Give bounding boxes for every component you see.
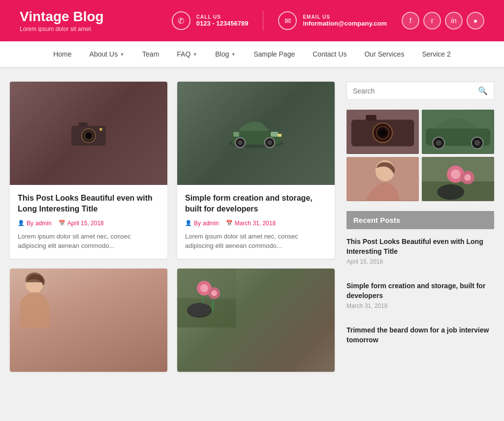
author-prefix: By [194,220,201,227]
sidebar: 🔍 [346,82,494,372]
svg-point-11 [267,140,272,145]
email-label: EMAIL US [303,14,387,20]
posts-section: This Post Looks Beautiful even with Long… [10,82,335,372]
linkedin-icon[interactable]: in [445,12,463,30]
post-content: Simple form creation and storage, built … [177,185,335,259]
chevron-down-icon: ▼ [231,52,236,57]
date-value: April 15, 2018 [67,220,104,227]
post-author: 👤 By admin [18,220,52,227]
phone-contact: ✆ CALL US 0123 - 123456789 [172,11,249,30]
logo: Vintage Blog Lorem ipsum dolor sit amet [20,9,104,32]
svg-point-19 [200,284,208,292]
user-icon: 👤 [185,220,192,226]
nav-about[interactable]: About Us ▼ [81,41,134,67]
recent-post-item: This Post Looks Beautiful even with Long… [346,237,494,273]
recent-post-title[interactable]: Simple form creation and storage, built … [346,281,494,301]
post-title[interactable]: Simple form creation and storage, built … [185,193,327,215]
svg-rect-31 [366,115,377,121]
post-card: This Post Looks Beautiful even with Long… [10,82,167,259]
svg-point-30 [379,129,386,136]
thumb-flowers [422,157,494,201]
recent-posts-header: Recent Posts [346,211,494,229]
post-meta: 👤 By admin 📅 March 31, 2018 [185,220,327,227]
thumbnail-grid [346,110,494,201]
phone-text: CALL US 0123 - 123456789 [196,14,249,27]
facebook-icon[interactable]: f [402,12,419,30]
user-icon: 👤 [18,220,25,226]
post-thumbnail [177,82,335,185]
post-content: This Post Looks Beautiful even with Long… [10,185,167,259]
svg-rect-23 [212,299,214,311]
nav-home[interactable]: Home [44,41,80,67]
svg-rect-13 [233,132,239,137]
svg-point-3 [86,133,91,138]
phone-number: 0123 - 123456789 [196,20,249,27]
recent-post-date: April 15, 2018 [346,258,494,265]
svg-rect-14 [278,134,282,137]
recent-post-date: March 31, 2018 [346,302,494,309]
recent-post-title[interactable]: This Post Looks Beautiful even with Long… [346,237,494,256]
post-image [177,269,335,372]
nav-contact[interactable]: Contact Us [304,41,355,67]
email-text: EMAIL US information@company.com [303,14,387,27]
twitter-icon[interactable]: 𝕣 [423,12,441,30]
recent-post-title[interactable]: Trimmed the beard down for a job intervi… [346,326,494,345]
recent-post-item: Trimmed the beard down for a job intervi… [346,326,494,355]
main-nav: Home About Us ▼ Team FAQ ▼ Blog ▼ Sample… [0,41,504,67]
author-name: admin [203,220,219,227]
thumb-girl [346,157,419,201]
instagram-icon[interactable]: ● [467,12,484,30]
chevron-down-icon: ▼ [120,52,125,57]
post-date: 📅 March 31, 2018 [226,220,276,227]
email-icon: ✉ [278,11,297,30]
posts-grid: This Post Looks Beautiful even with Long… [10,82,335,372]
email-contact: ✉ EMAIL US information@company.com [278,11,387,30]
svg-point-5 [99,128,102,131]
nav-team[interactable]: Team [133,41,168,67]
camera-svg [69,119,108,148]
post-image [10,82,167,185]
post-card: Simple form creation and storage, built … [177,82,335,259]
post-excerpt: Lorem ipsum dolor sit amet nec, consec a… [185,232,327,251]
svg-point-46 [437,184,464,200]
nav-our-services[interactable]: Our Services [355,41,413,67]
phone-icon: ✆ [172,11,190,30]
site-tagline: Lorem ipsum dolor sit amet [20,26,104,32]
search-button[interactable]: 🔍 [478,86,488,95]
chevron-down-icon: ▼ [192,52,197,57]
post-card [10,269,167,372]
post-excerpt: Lorem ipsum dolor sit amet nec, consec a… [18,232,159,251]
contact-bar: ✆ CALL US 0123 - 123456789 ✉ EMAIL US in… [172,11,484,30]
nav-sample-page[interactable]: Sample Page [245,41,304,67]
svg-point-45 [464,174,471,181]
post-image [10,269,167,372]
thumb-car [422,110,494,154]
nav-blog[interactable]: Blog ▼ [206,41,245,67]
post-thumbnail [10,82,167,185]
post-image [177,82,335,185]
nav-faq[interactable]: FAQ ▼ [168,41,206,67]
post-meta: 👤 By admin 📅 April 15, 2018 [18,220,159,227]
thumb-car-svg [422,110,494,154]
post-thumbnail [177,269,335,372]
nav-service2[interactable]: Service 2 [413,41,459,67]
post-card [177,269,335,372]
search-input[interactable] [353,87,478,95]
calendar-icon: 📅 [226,220,233,226]
search-box: 🔍 [346,82,494,100]
call-label: CALL US [196,14,249,20]
post-title[interactable]: This Post Looks Beautiful even with Long… [18,193,159,215]
girl-svg [10,269,59,328]
thumb-flowers-svg [422,157,494,201]
author-prefix: By [27,220,33,227]
main-content: This Post Looks Beautiful even with Long… [0,82,504,372]
post-thumbnail [10,269,167,372]
svg-point-9 [238,140,243,145]
flowers-svg [177,269,236,328]
thumb-camera-svg [346,110,419,154]
social-bar: f 𝕣 in ● [402,12,484,30]
svg-point-21 [211,290,217,296]
calendar-icon: 📅 [59,220,65,226]
post-date: 📅 April 15, 2018 [59,220,104,227]
svg-rect-4 [79,122,88,126]
